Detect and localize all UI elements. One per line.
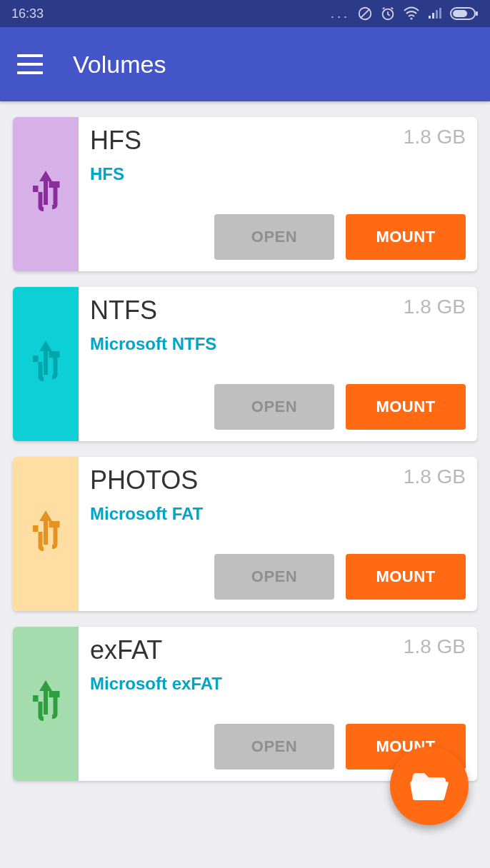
battery-icon [450,7,479,20]
svg-rect-6 [453,10,467,17]
usb-stripe [13,287,79,441]
volume-size: 1.8 GB [404,465,466,488]
clock: 16:33 [11,6,44,21]
signal-icon [427,7,443,20]
open-button[interactable]: OPEN [214,554,334,600]
volume-filesystem: Microsoft NTFS [90,334,466,354]
mount-button[interactable]: MOUNT [346,554,466,600]
page-title: Volumes [73,51,166,79]
usb-icon [29,508,63,560]
volume-name: exFAT [90,635,162,665]
volume-size: 1.8 GB [404,126,466,148]
usb-icon [29,678,63,730]
usb-stripe [13,457,79,611]
appbar: Volumes [0,27,490,101]
volume-filesystem: Microsoft FAT [90,504,466,524]
statusbar: 16:33 ... [0,0,490,27]
volume-name: PHOTOS [90,465,198,495]
volume-size: 1.8 GB [404,296,466,318]
wifi-icon [403,6,420,21]
open-button[interactable]: OPEN [214,214,334,260]
volume-card: NTFS 1.8 GB Microsoft NTFS OPEN MOUNT [13,287,477,441]
menu-button[interactable] [17,54,43,74]
volume-filesystem: Microsoft exFAT [90,674,466,694]
mount-button[interactable]: MOUNT [346,214,466,260]
volume-list: HFS 1.8 GB HFS OPEN MOUNT NTFS 1.8 GB Mi… [0,101,490,781]
volume-card: PHOTOS 1.8 GB Microsoft FAT OPEN MOUNT [13,457,477,611]
folder-icon [410,770,449,802]
mount-button[interactable]: MOUNT [346,384,466,430]
usb-icon [29,168,63,220]
volume-size: 1.8 GB [404,635,466,658]
open-button[interactable]: OPEN [214,724,334,769]
status-icons: ... [331,6,479,21]
svg-line-1 [361,9,370,19]
svg-rect-5 [476,11,478,16]
browse-fab[interactable] [390,747,469,825]
usb-stripe [13,117,79,271]
volume-name: HFS [90,126,141,156]
open-button[interactable]: OPEN [214,384,334,430]
alarm-icon [380,6,396,21]
more-indicator: ... [331,6,350,21]
usb-icon [29,338,63,390]
svg-point-3 [410,17,412,19]
volume-name: NTFS [90,296,157,326]
volume-filesystem: HFS [90,164,466,184]
volume-card: HFS 1.8 GB HFS OPEN MOUNT [13,117,477,271]
usb-stripe [13,627,79,781]
dnd-icon [357,6,373,21]
